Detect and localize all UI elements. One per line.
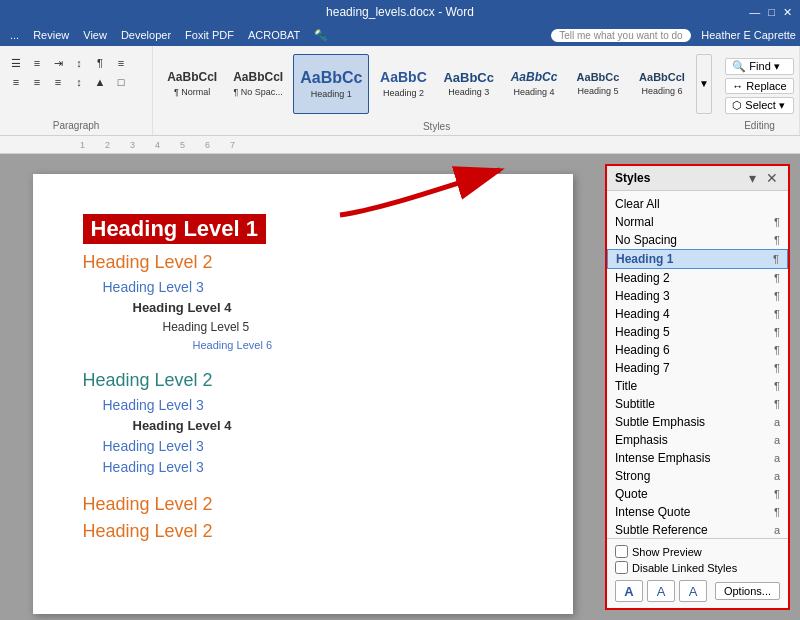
- select-btn[interactable]: ⬡ Select ▾: [725, 97, 793, 114]
- style-heading4-preview: AaBbCc: [511, 70, 558, 84]
- style-heading5-preview: AaBbCc: [577, 71, 620, 84]
- gallery-scroll[interactable]: ▼: [696, 54, 712, 114]
- heading-level-3-a: Heading Level 3: [103, 279, 523, 295]
- style-row-intense-quote[interactable]: Intense Quote ¶: [607, 503, 788, 521]
- style-row-subtle-reference[interactable]: Subtle Reference a: [607, 521, 788, 538]
- styles-action-btns: A A A Options...: [615, 580, 780, 602]
- tell-me-input[interactable]: Tell me what you want to do: [551, 29, 691, 42]
- style-row-heading4[interactable]: Heading 4 ¶: [607, 305, 788, 323]
- heading-level-1: Heading Level 1: [83, 214, 267, 244]
- style-heading3-preview: AaBbCc: [443, 70, 494, 86]
- heading-level-2-a: Heading Level 2: [83, 252, 523, 273]
- style-row-heading3[interactable]: Heading 3 ¶: [607, 287, 788, 305]
- heading-level-5: Heading Level 5: [163, 320, 523, 334]
- new-style-btn[interactable]: A: [615, 580, 643, 602]
- style-row-clearall[interactable]: Clear All: [607, 195, 788, 213]
- numbering-btn[interactable]: ≡: [27, 54, 47, 72]
- para-marks-btn[interactable]: ¶: [90, 54, 110, 72]
- heading-level-6: Heading Level 6: [193, 339, 523, 351]
- style-heading1-preview: AaBbCc: [300, 68, 362, 87]
- heading-level-4-b: Heading Level 4: [133, 418, 523, 433]
- editing-label: Editing: [744, 120, 775, 131]
- styles-panel-header: Styles ▾ ✕: [607, 166, 788, 191]
- style-row-subtitle[interactable]: Subtitle ¶: [607, 395, 788, 413]
- menu-developer[interactable]: Developer: [115, 28, 177, 42]
- style-heading3[interactable]: AaBbCc Heading 3: [437, 54, 500, 114]
- style-row-emphasis[interactable]: Emphasis a: [607, 431, 788, 449]
- style-heading1[interactable]: AaBbCc Heading 1: [293, 54, 369, 114]
- shading-btn[interactable]: ▲: [90, 73, 110, 91]
- disable-linked-checkbox[interactable]: [615, 561, 628, 574]
- minimize-btn[interactable]: —: [749, 6, 760, 19]
- style-heading3-label: Heading 3: [448, 87, 489, 97]
- style-heading4[interactable]: AaBbCc Heading 4: [504, 54, 564, 114]
- style-row-title[interactable]: Title ¶: [607, 377, 788, 395]
- style-row-nospacing[interactable]: No Spacing ¶: [607, 231, 788, 249]
- find-btn[interactable]: 🔍 Find ▾: [725, 58, 793, 75]
- style-row-intense-emphasis[interactable]: Intense Emphasis a: [607, 449, 788, 467]
- maximize-btn[interactable]: □: [768, 6, 775, 19]
- style-heading4-label: Heading 4: [513, 87, 554, 97]
- style-heading6-preview: AaBbCcI: [639, 71, 685, 84]
- style-normal[interactable]: AaBbCcI ¶ Normal: [161, 54, 223, 114]
- align-right-btn[interactable]: ≡: [27, 73, 47, 91]
- styles-panel: Styles ▾ ✕ Clear All Normal ¶ No Spacing…: [605, 164, 790, 610]
- style-heading2[interactable]: AaBbC Heading 2: [373, 54, 433, 114]
- style-row-heading5[interactable]: Heading 5 ¶: [607, 323, 788, 341]
- style-row-strong[interactable]: Strong a: [607, 467, 788, 485]
- style-nospacing[interactable]: AaBbCcI ¶ No Spac...: [227, 54, 289, 114]
- show-preview-label: Show Preview: [632, 546, 702, 558]
- show-preview-checkbox[interactable]: [615, 545, 628, 558]
- style-row-quote[interactable]: Quote ¶: [607, 485, 788, 503]
- line-spacing-btn[interactable]: ↕: [69, 73, 89, 91]
- style-normal-preview: AaBbCcI: [167, 70, 217, 84]
- paragraph-label: Paragraph: [53, 120, 100, 131]
- indent-btn[interactable]: ⇥: [48, 54, 68, 72]
- styles-label: Styles: [153, 121, 720, 135]
- menu-review[interactable]: Review: [27, 28, 75, 42]
- styles-close-btn[interactable]: ✕: [764, 170, 780, 186]
- manage-styles-btn[interactable]: A: [679, 580, 707, 602]
- style-nospacing-preview: AaBbCcI: [233, 70, 283, 84]
- menu-mailings[interactable]: ...: [4, 28, 25, 42]
- style-heading6-label: Heading 6: [641, 86, 682, 96]
- style-nospacing-label: ¶ No Spac...: [234, 87, 283, 97]
- style-row-heading2[interactable]: Heading 2 ¶: [607, 269, 788, 287]
- sort-btn[interactable]: ↕: [69, 54, 89, 72]
- styles-panel-controls: ▾ ✕: [747, 170, 780, 186]
- style-heading2-label: Heading 2: [383, 88, 424, 98]
- paragraph-group: ☰ ≡ ⇥ ↕ ¶ ≡ ≡ ≡ ≡ ↕ ▲ □ Paragraph: [0, 46, 153, 135]
- bullets-btn[interactable]: ☰: [6, 54, 26, 72]
- align-left-btn[interactable]: ≡: [111, 54, 131, 72]
- heading-level-4-a: Heading Level 4: [133, 300, 523, 315]
- show-preview-row: Show Preview: [615, 545, 780, 558]
- menu-foxit[interactable]: Foxit PDF: [179, 28, 240, 42]
- heading-level-2-c: Heading Level 2: [83, 494, 523, 515]
- style-row-subtle-emphasis[interactable]: Subtle Emphasis a: [607, 413, 788, 431]
- style-inspector-btn[interactable]: A: [647, 580, 675, 602]
- options-btn[interactable]: Options...: [715, 582, 780, 600]
- justify-btn[interactable]: ≡: [48, 73, 68, 91]
- title-bar: heading_levels.docx - Word — □ ✕: [0, 0, 800, 24]
- align-center-btn[interactable]: ≡: [6, 73, 26, 91]
- style-normal-label: ¶ Normal: [174, 87, 210, 97]
- style-heading6[interactable]: AaBbCcI Heading 6: [632, 54, 692, 114]
- style-heading1-label: Heading 1: [311, 89, 352, 99]
- style-row-heading6[interactable]: Heading 6 ¶: [607, 341, 788, 359]
- heading-level-2-d: Heading Level 2: [83, 521, 523, 542]
- style-heading5[interactable]: AaBbCc Heading 5: [568, 54, 628, 114]
- ruler: 1234567: [0, 136, 800, 154]
- menu-bar: ... Review View Developer Foxit PDF ACRO…: [0, 24, 800, 46]
- menu-view[interactable]: View: [77, 28, 113, 42]
- document-area[interactable]: Heading Level 1 Heading Level 2 Heading …: [0, 154, 605, 620]
- style-row-heading7[interactable]: Heading 7 ¶: [607, 359, 788, 377]
- heading-level-3-c: Heading Level 3: [103, 438, 523, 454]
- close-btn[interactable]: ✕: [783, 6, 792, 19]
- menu-acrobat[interactable]: ACROBAT: [242, 28, 306, 42]
- replace-btn[interactable]: ↔ Replace: [725, 78, 793, 94]
- styles-pin-btn[interactable]: ▾: [747, 170, 758, 186]
- borders-btn[interactable]: □: [111, 73, 131, 91]
- style-row-heading1[interactable]: Heading 1 ¶: [607, 249, 788, 269]
- style-row-normal[interactable]: Normal ¶: [607, 213, 788, 231]
- disable-linked-row: Disable Linked Styles: [615, 561, 780, 574]
